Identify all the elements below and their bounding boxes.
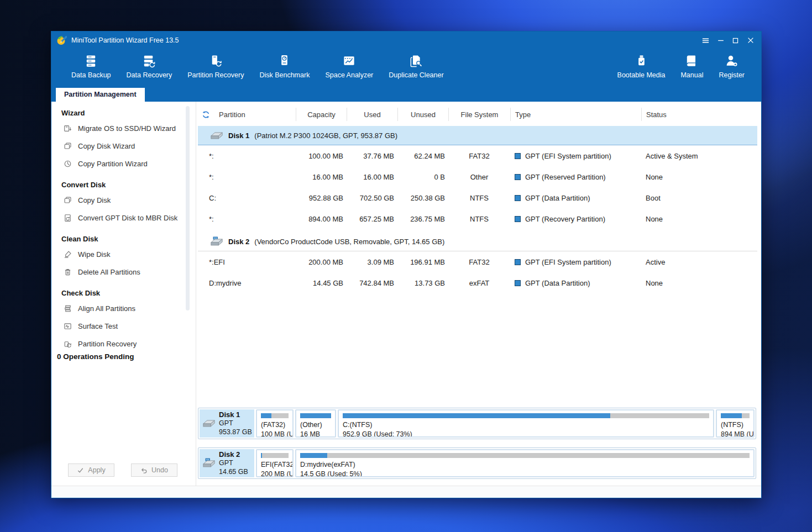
sidebar-section-check-disk: Check Disk: [61, 286, 196, 299]
disk-map-label-text: Disk 2GPT14.65 GB: [219, 450, 248, 477]
space-analyzer-icon: [342, 53, 357, 69]
sidebar-item-delete-all-partitions[interactable]: Delete All Partitions: [61, 263, 196, 281]
disk-map-label-text: Disk 1GPT953.87 GB: [219, 410, 252, 437]
toolbar-button-label: Space Analyzer: [325, 71, 373, 79]
disk-map-label-disk-2[interactable]: Disk 2GPT14.65 GB: [200, 449, 254, 477]
undo-button[interactable]: Undo: [131, 463, 177, 477]
partition-row[interactable]: C:952.88 GB702.50 GB250.38 GBNTFSGPT (Da…: [198, 187, 757, 208]
toolbar-space-analyzer-button[interactable]: Space Analyzer: [317, 51, 381, 81]
usage-bar-fill: [300, 453, 327, 458]
block-label-1: (FAT32): [261, 420, 289, 430]
sidebar-item-surface-test[interactable]: Surface Test: [61, 317, 196, 335]
partition-row[interactable]: *:16.00 MB16.00 MB0 BOtherGPT (Reserved …: [198, 166, 757, 187]
toolbar-button-label: Data Backup: [71, 71, 111, 79]
partition-row[interactable]: *:100.00 MB37.76 MB62.24 MBFAT32GPT (EFI…: [198, 145, 757, 166]
disk-map-size: 953.87 GB: [219, 428, 252, 437]
operations-pending-label: 0 Operations Pending: [57, 352, 196, 361]
menu-button[interactable]: [698, 33, 713, 48]
unused-cell: 62.24 MB: [397, 152, 448, 160]
usage-bar: [300, 413, 331, 418]
block-label-2: 952.9 GB (Used: 73%): [343, 430, 709, 438]
toolbar-button-label: Register: [719, 71, 745, 79]
disk-icon: [202, 419, 216, 428]
toolbar-data-recovery-button[interactable]: Data Recovery: [119, 51, 180, 81]
type-label: GPT (Reserved Partition): [525, 173, 606, 181]
toolbar-partition-recovery-button[interactable]: Partition Recovery: [180, 51, 252, 81]
delete-partitions-icon: [64, 268, 72, 276]
disk-map-partition-block[interactable]: (FAT32)100 MB (Us: [256, 409, 294, 438]
usage-bar-fill: [261, 413, 271, 418]
status-cell: None: [641, 279, 757, 287]
minimize-button[interactable]: [713, 33, 728, 48]
title-bar: MiniTool Partition Wizard Free 13.5: [51, 31, 761, 49]
toolbar-manual-button[interactable]: Manual: [673, 51, 711, 81]
column-header-status[interactable]: Status: [641, 108, 757, 121]
toolbar-duplicate-cleaner-button[interactable]: Duplicate Cleaner: [381, 51, 451, 81]
register-icon: [724, 53, 739, 69]
disk-map-partition-block[interactable]: (NTFS)894 MB (Us: [716, 409, 755, 438]
maximize-button[interactable]: [728, 33, 743, 48]
disk-name: Disk 2: [228, 238, 249, 246]
apply-button-label: Apply: [88, 466, 105, 474]
disk-map-size: 14.65 GB: [219, 468, 248, 477]
block-label-2: 894 MB (Us: [721, 430, 750, 438]
partition-row[interactable]: *:894.00 MB657.25 MB236.75 MBNTFSGPT (Re…: [198, 208, 757, 229]
sidebar-item-label: Delete All Partitions: [78, 268, 140, 276]
column-header-type[interactable]: Type: [510, 108, 641, 121]
toolbar-bootable-media-button[interactable]: Bootable Media: [610, 51, 673, 81]
disk-map-partition-block[interactable]: C:(NTFS)952.9 GB (Used: 73%): [338, 409, 714, 438]
sidebar-item-convert-gpt-disk-to-mbr-disk[interactable]: Convert GPT Disk to MBR Disk: [61, 209, 196, 227]
file-system-cell: NTFS: [448, 215, 510, 223]
apply-button[interactable]: Apply: [68, 463, 114, 477]
column-header-partition[interactable]: Partition: [198, 108, 296, 121]
sidebar-item-align-all-partitions[interactable]: Align All Partitions: [61, 299, 196, 317]
column-header-capacity[interactable]: Capacity: [296, 108, 347, 121]
disk-map-scheme: GPT: [219, 459, 248, 468]
tab-partition-management[interactable]: Partition Management: [56, 88, 145, 102]
type-label: GPT (Data Partition): [525, 279, 590, 287]
disk-map-row-disk-2: Disk 2GPT14.65 GBEFI(FAT32)200 MB (UsD:m…: [198, 447, 756, 479]
sidebar-scrollbar[interactable]: [186, 106, 190, 310]
disk-header-row-disk-2[interactable]: Disk 2(VendorCo ProductCode USB, Removab…: [198, 232, 757, 251]
type-label: GPT (EFI System partition): [525, 152, 611, 160]
toolbar-data-backup-button[interactable]: Data Backup: [64, 51, 119, 81]
sidebar-item-copy-disk[interactable]: Copy Disk: [61, 191, 196, 209]
usage-bar-fill: [300, 413, 331, 418]
column-header-file-system[interactable]: File System: [448, 108, 510, 121]
toolbar-disk-benchmark-button[interactable]: Disk Benchmark: [252, 51, 317, 81]
toolbar-button-label: Partition Recovery: [187, 71, 244, 79]
partition-row[interactable]: D:mydrive14.45 GB742.84 MB13.73 GBexFATG…: [198, 272, 757, 293]
file-system-cell: exFAT: [448, 279, 510, 287]
partition-row[interactable]: *:EFI200.00 MB3.09 MB196.91 MBFAT32GPT (…: [198, 251, 757, 272]
undo-icon: [140, 467, 148, 474]
column-header-used[interactable]: Used: [347, 108, 397, 121]
disk-map-label-disk-1[interactable]: Disk 1GPT953.87 GB: [200, 409, 254, 438]
sidebar-item-copy-partition-wizard[interactable]: Copy Partition Wizard: [61, 155, 196, 172]
main-panel: PartitionCapacityUsedUnusedFile SystemTy…: [196, 102, 761, 486]
capacity-cell: 100.00 MB: [296, 152, 347, 160]
capacity-cell: 16.00 MB: [296, 173, 347, 181]
disk-map-row-disk-1: Disk 1GPT953.87 GB(FAT32)100 MB (Us(Othe…: [198, 408, 756, 439]
column-header-unused[interactable]: Unused: [397, 108, 448, 121]
disk-name: Disk 1: [228, 131, 249, 140]
close-button[interactable]: [743, 33, 758, 48]
unused-cell: 13.73 GB: [397, 279, 448, 287]
used-cell: 657.25 MB: [347, 215, 397, 223]
disk-header-row-disk-1[interactable]: Disk 1(Patriot M.2 P300 1024GB, GPT, 953…: [198, 126, 757, 145]
usb-disk-icon: [202, 458, 216, 468]
migrate-os-icon: [64, 124, 72, 133]
sidebar-item-wipe-disk[interactable]: Wipe Disk: [61, 245, 196, 263]
disk-map-partition-block[interactable]: (Other)16 MB: [295, 409, 336, 438]
disk-map-partition-block[interactable]: D:mydrive(exFAT)14.5 GB (Used: 5%): [295, 449, 755, 477]
block-label-2: 14.5 GB (Used: 5%): [300, 470, 750, 477]
table-header-row: PartitionCapacityUsedUnusedFile SystemTy…: [198, 103, 757, 126]
surface-test-icon: [64, 322, 72, 330]
sidebar-item-migrate-os-to-ssd-hd-wizard[interactable]: Migrate OS to SSD/HD Wizard: [61, 119, 196, 137]
sidebar-item-copy-disk-wizard[interactable]: Copy Disk Wizard: [61, 137, 196, 155]
sidebar-item-partition-recovery[interactable]: Partition Recovery: [61, 335, 196, 350]
column-header-label: Status: [646, 110, 667, 119]
disk-map-partition-block[interactable]: EFI(FAT32)200 MB (Us: [256, 449, 294, 477]
wipe-disk-icon: [64, 250, 72, 259]
toolbar-register-button[interactable]: Register: [711, 51, 752, 81]
file-system-cell: FAT32: [448, 152, 510, 160]
